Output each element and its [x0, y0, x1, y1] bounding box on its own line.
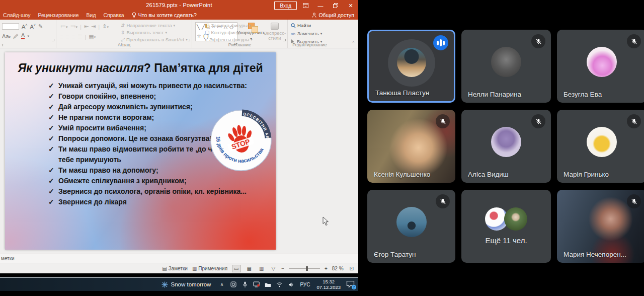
- editing-group-label: Редактирование: [283, 42, 337, 47]
- font-dialog-launcher[interactable]: [52, 39, 54, 41]
- change-case-icon[interactable]: Аа▾: [2, 33, 11, 39]
- justify-icon[interactable]: ≣: [77, 33, 82, 40]
- avatar: [504, 207, 527, 231]
- paragraph-group-label: Абзац: [56, 42, 192, 47]
- participant-tile-video[interactable]: Ксенія Кульшенко: [367, 110, 455, 183]
- bullet-item: ✓Говори спокійно, впевнено;: [48, 91, 270, 102]
- highlight-icon[interactable]: 🖉: [13, 33, 19, 39]
- zoom-slider[interactable]: [289, 266, 320, 271]
- meeting-participants-panel: Танюша Пластун Нелли Панарина Безугла Ев…: [358, 0, 644, 296]
- tab-view[interactable]: Вид: [87, 12, 96, 18]
- increase-indent-icon[interactable]: ⇥: [91, 23, 96, 30]
- ribbon-display-options-icon[interactable]: [299, 1, 312, 11]
- tray-expand-icon[interactable]: ∧: [218, 281, 225, 288]
- notes-toggle[interactable]: ▤Заметки: [162, 266, 188, 271]
- weather-widget[interactable]: Snow tomorrow: [162, 281, 211, 288]
- reading-view-button[interactable]: ▥: [258, 265, 265, 272]
- avatar: [397, 48, 426, 77]
- close-button[interactable]: ✕: [344, 1, 357, 11]
- avatar: [396, 207, 427, 237]
- drawing-dialog-launcher[interactable]: [283, 39, 286, 41]
- font-color-icon[interactable]: А: [21, 33, 25, 39]
- bullet-item: ✓Уникай ситуацій, які можуть привести до…: [48, 81, 270, 91]
- minimize-button[interactable]: —: [314, 1, 327, 11]
- text-direction-button[interactable]: ⇵Направление текста▾: [121, 22, 188, 29]
- participant-tile[interactable]: Аліса Видиш: [461, 110, 551, 183]
- participant-tile[interactable]: Нелли Панарина: [461, 30, 551, 103]
- clear-format-icon[interactable]: ✎: [38, 23, 43, 30]
- participant-name: Нелли Панарина: [468, 91, 521, 98]
- replace-button[interactable]: ab Заменить▾: [291, 30, 322, 37]
- slide[interactable]: Як уникнути насилля? Пам’ятка для дітей …: [5, 52, 276, 250]
- clock-app-icon[interactable]: [229, 281, 237, 288]
- zoom-level[interactable]: 82 %: [332, 266, 344, 271]
- overflow-participants-tile[interactable]: Ещё 11 чел.: [461, 190, 551, 263]
- participant-name: Безугла Ева: [564, 91, 602, 98]
- sign-in-button[interactable]: Вход: [274, 2, 297, 10]
- grow-font-icon[interactable]: А˄: [22, 23, 27, 30]
- bullets-icon[interactable]: ≔▾: [60, 23, 68, 30]
- overflow-count-label: Ещё 11 чел.: [461, 236, 551, 245]
- shape-effects-icon: ◐: [205, 36, 208, 43]
- shape-effects-button[interactable]: ◐Эффекты фигуры▾: [205, 36, 253, 43]
- volume-icon[interactable]: [287, 281, 295, 288]
- decrease-indent-icon[interactable]: ⇤: [84, 23, 89, 30]
- participant-tile-speaking[interactable]: Танюша Пластун: [367, 30, 455, 103]
- share-button[interactable]: Общий доступ: [312, 12, 354, 18]
- screen-record-tray-icon[interactable]: [253, 281, 260, 288]
- collapse-ribbon-icon[interactable]: ⌃: [351, 41, 355, 46]
- tab-help[interactable]: Справка: [104, 12, 124, 18]
- participant-tile[interactable]: Єгор Таратун: [367, 190, 455, 263]
- numbering-icon[interactable]: ≕▾: [70, 23, 78, 30]
- tab-slideshow[interactable]: Слайд-шоу: [3, 12, 30, 18]
- mic-muted-icon: [627, 34, 641, 48]
- align-left-icon[interactable]: ≡: [60, 34, 63, 40]
- slideshow-button[interactable]: ▽: [270, 265, 277, 272]
- notification-center-icon[interactable]: 2: [346, 280, 355, 288]
- fit-slide-button[interactable]: ⊡: [348, 265, 355, 272]
- shape-fill-button[interactable]: ◧Заливка фигуры▾: [205, 22, 253, 29]
- shape-outline-button[interactable]: ▢Контур фигуры▾: [205, 29, 253, 36]
- columns-icon[interactable]: ▦▾: [89, 33, 96, 40]
- comments-toggle[interactable]: ▥Примечания: [192, 266, 227, 271]
- mic-muted-icon: [531, 114, 545, 128]
- align-right-icon[interactable]: ≡: [72, 34, 75, 40]
- participant-name: Аліса Видиш: [468, 171, 509, 178]
- paragraph-dialog-launcher[interactable]: [188, 39, 190, 41]
- align-text-icon: ⇳: [121, 29, 125, 36]
- bullet-item: ✓Звернися до психолога, органів опіки, к…: [48, 186, 270, 197]
- shrink-font-icon[interactable]: А˅: [30, 23, 35, 30]
- ribbon-tabs: Слайд-шоу Рецензирование Вид Справка Что…: [0, 11, 358, 20]
- clock[interactable]: 15:32 07.12.2023: [315, 279, 342, 290]
- restore-button[interactable]: [329, 1, 342, 11]
- avatar: [587, 47, 617, 77]
- bulb-icon: [132, 12, 136, 18]
- microphone-tray-icon[interactable]: [241, 281, 249, 288]
- notification-count-badge: 2: [352, 285, 356, 289]
- slide-title: Як уникнути насилля? Пам’ятка для дітей: [14, 60, 267, 76]
- quick-styles-button[interactable]: Экспресс-стили: [263, 23, 287, 41]
- language-indicator[interactable]: РУС: [299, 282, 311, 287]
- line-spacing-icon[interactable]: ⇕▾: [102, 23, 109, 30]
- tab-review[interactable]: Рецензирование: [38, 12, 78, 18]
- windows-taskbar: Snow tomorrow ∧ РУС 15:32 07.12.2023 2: [0, 277, 358, 291]
- tell-me-box[interactable]: Что вы хотите сделать?: [132, 12, 197, 18]
- align-center-icon[interactable]: ≡: [66, 34, 69, 40]
- powerpoint-window: 261579.pptx - PowerPoint Вход — ✕ Слайд-…: [0, 0, 358, 273]
- participant-name: Танюша Пластун: [375, 89, 429, 97]
- font-size-box[interactable]: [2, 23, 19, 30]
- participant-tile[interactable]: Безугла Ева: [557, 30, 644, 103]
- zoom-in-button[interactable]: +: [325, 266, 328, 271]
- ribbon-group-paragraph: ≔▾ ≕▾ | ⇤ ⇥ | ⇕▾ ≡ ≡ ≡ ≣ | ▦▾ ⇵Направлен…: [56, 20, 192, 48]
- wifi-icon[interactable]: [276, 281, 283, 288]
- normal-view-button[interactable]: ▭: [232, 265, 240, 272]
- slide-sorter-view-button[interactable]: ▦: [246, 265, 253, 272]
- zoom-out-button[interactable]: −: [281, 266, 284, 271]
- find-button[interactable]: Найти: [291, 22, 322, 29]
- align-text-button[interactable]: ⇳Выровнять текст▾: [121, 29, 188, 36]
- participant-tile[interactable]: Марія Гринько: [557, 110, 644, 183]
- ribbon-group-shapeformat: ◧Заливка фигуры▾ ▢Контур фигуры▾ ◐Эффект…: [288, 20, 337, 48]
- notes-pane[interactable]: метки: [0, 254, 358, 263]
- folder-tray-icon[interactable]: [264, 281, 272, 288]
- participant-tile-video[interactable]: Мария Нечепорен...: [557, 190, 644, 263]
